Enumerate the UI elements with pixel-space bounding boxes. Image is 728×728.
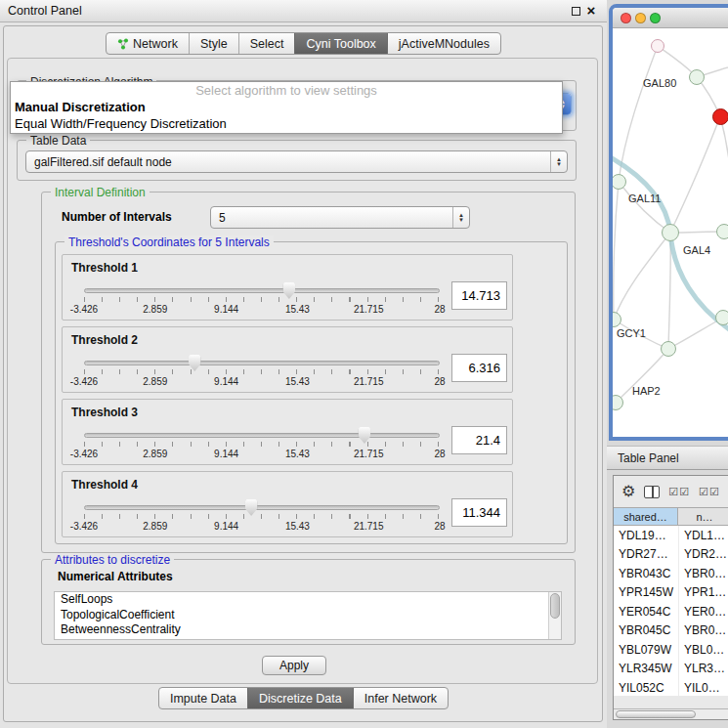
tab-cyni-toolbox[interactable]: Cyni Toolbox [294, 33, 386, 54]
table-row[interactable]: YBL079WYBL0… [614, 640, 728, 660]
network-node[interactable] [689, 69, 705, 85]
scale-label: 9.144 [214, 376, 238, 387]
table-row[interactable]: YDL19…YDL1… [614, 526, 728, 545]
apply-button[interactable]: Apply [262, 656, 326, 675]
network-node[interactable] [651, 39, 664, 53]
bottom-tabs: Impute Data Discretize Data Infer Networ… [158, 687, 449, 709]
tab-label: Network [133, 37, 178, 51]
scale-label: 9.144 [214, 304, 238, 315]
scale-label: 2.859 [143, 521, 167, 532]
network-node-label: GAL11 [628, 193, 661, 204]
columns-icon[interactable] [644, 486, 660, 498]
attributes-vertical-scrollbar[interactable] [548, 592, 561, 639]
slider-track[interactable] [84, 433, 440, 438]
attribute-item[interactable]: SelfLoops [55, 592, 561, 608]
dropdown-option-manual-discretization[interactable]: Manual Discretization [11, 99, 562, 115]
threshold-value-field[interactable]: 21.4 [451, 426, 507, 454]
table-panel-title: Table Panel [618, 451, 679, 465]
attribute-item[interactable]: TopologicalCoefficient [55, 608, 561, 623]
scale-label: 2.859 [143, 304, 167, 315]
threshold-slider[interactable]: -3.4262.8599.14415.4321.71528 [70, 499, 453, 535]
table-panel-window: ⚙ ☑☑ ☑☑ shared…n… YDL19…YDL1…YDR27…YDR2…… [613, 475, 728, 720]
tab-impute-data[interactable]: Impute Data [159, 688, 247, 708]
tab-network[interactable]: Network [107, 33, 189, 54]
column-header[interactable]: shared… [614, 508, 678, 525]
network-node-label: GCY1 [617, 327, 646, 339]
table-row[interactable]: YDR27…YDR2… [614, 545, 728, 565]
network-canvas[interactable]: GAL80GAL11GAL4GCY1HAP2 [613, 28, 728, 437]
table-row[interactable]: YPR145WYPR1… [614, 583, 728, 603]
tab-infer-network[interactable]: Infer Network [353, 688, 448, 708]
table-horizontal-scrollbar[interactable] [614, 708, 728, 719]
scale-label: -3.426 [70, 521, 98, 532]
threshold-coordinates-group-title: Threshold's Coordinates for 5 Intervals [64, 236, 274, 249]
scrollbar-thumb[interactable] [616, 710, 696, 718]
close-button[interactable]: × [583, 3, 599, 19]
close-traffic-light[interactable] [621, 13, 631, 23]
tab-jactivemnodules[interactable]: jActiveMNodules [387, 33, 500, 54]
minimize-button[interactable] [568, 3, 583, 19]
dropdown-option-equal-width-frequency[interactable]: Equal Width/Frequency Discretization [11, 115, 562, 132]
table-data-combobox[interactable]: galFiltered.sif default node ▲▼ [25, 150, 568, 173]
combo-stepper-icon: ▲▼ [452, 207, 469, 228]
table-cell: YDR27… [614, 545, 678, 565]
table-row[interactable]: YBR045CYBR0… [614, 621, 728, 641]
threshold-panel: Threshold 1-3.4262.8599.14415.4321.71528… [62, 254, 513, 321]
tab-label: jActiveMNodules [399, 37, 490, 51]
slider-ticks [84, 514, 440, 519]
slider-track[interactable] [84, 361, 440, 365]
network-node[interactable] [661, 341, 676, 357]
table-row[interactable]: YBR043CYBR0… [614, 564, 728, 583]
table-cell: YBR045C [614, 621, 678, 641]
tab-select[interactable]: Select [238, 33, 295, 54]
threshold-slider[interactable]: -3.4262.8599.14415.4321.71528 [70, 355, 453, 390]
minimize-traffic-light[interactable] [635, 13, 646, 23]
numerical-attributes-listbox[interactable]: SelfLoopsTopologicalCoefficientBetweenne… [54, 591, 562, 640]
scrollbar-thumb[interactable] [550, 593, 560, 619]
number-of-intervals-combobox[interactable]: 5 ▲▼ [210, 206, 470, 229]
threshold-slider[interactable]: -3.4262.8599.14415.4321.71528 [70, 427, 453, 462]
threshold-slider[interactable]: -3.4262.8599.14415.4321.71528 [70, 282, 453, 318]
number-of-intervals-label: Number of Intervals [62, 210, 172, 224]
threshold-panel: Threshold 4-3.4262.8599.14415.4321.71528… [62, 471, 513, 537]
table-cell: YLR345W [614, 660, 678, 679]
network-node[interactable] [716, 224, 728, 239]
table-data-combobox-value: galFiltered.sif default node [26, 155, 550, 169]
slider-ticks [84, 442, 440, 447]
table-cell: YER0… [678, 602, 728, 621]
network-node[interactable] [715, 310, 728, 325]
threshold-label: Threshold 1 [71, 261, 138, 275]
table-row[interactable]: YIL052CYIL0… [614, 678, 728, 696]
threshold-value-field[interactable]: 11.344 [451, 498, 507, 527]
threshold-value-field[interactable]: 14.713 [451, 281, 507, 310]
select-columns-checkboxes-icon[interactable]: ☑☑ [668, 486, 690, 498]
column-header[interactable]: n… [678, 508, 728, 525]
threshold-coordinates-group: Threshold's Coordinates for 5 Intervals … [55, 241, 568, 544]
slider-scale: -3.4262.8599.14415.4321.71528 [84, 521, 440, 533]
gear-icon[interactable]: ⚙ [621, 484, 635, 499]
table-body: YDL19…YDL1…YDR27…YDR2…YBR043CYBR0…YPR145… [614, 526, 728, 696]
scale-label: 28 [434, 521, 445, 532]
screen: Control Panel × Network Style Select Cyn… [0, 0, 728, 728]
tab-style[interactable]: Style [189, 33, 238, 54]
select-rows-checkboxes-icon[interactable]: ☑☑ [699, 486, 720, 498]
scale-label: 2.859 [143, 449, 167, 459]
table-row[interactable]: YLR345WYLR3… [614, 660, 728, 679]
slider-track[interactable] [84, 505, 440, 510]
network-node[interactable] [712, 108, 728, 125]
table-row[interactable]: YER054CYER0… [614, 602, 728, 621]
slider-track[interactable] [84, 288, 440, 293]
network-node[interactable] [662, 224, 679, 241]
tab-discretize-data[interactable]: Discretize Data [247, 688, 353, 708]
zoom-traffic-light[interactable] [650, 13, 661, 23]
interval-definition-group: Interval Definition Number of Intervals … [41, 192, 576, 553]
threshold-label: Threshold 3 [71, 406, 138, 419]
scale-label: 2.859 [143, 376, 167, 387]
scale-label: 15.43 [285, 304, 310, 315]
scale-label: -3.426 [70, 304, 98, 315]
table-cell: YBR0… [678, 621, 728, 641]
attribute-item[interactable]: BetweennessCentrality [55, 622, 561, 638]
table-cell: YIL052C [614, 678, 678, 696]
tab-label: Select [250, 37, 284, 51]
threshold-value-field[interactable]: 6.316 [451, 354, 507, 382]
